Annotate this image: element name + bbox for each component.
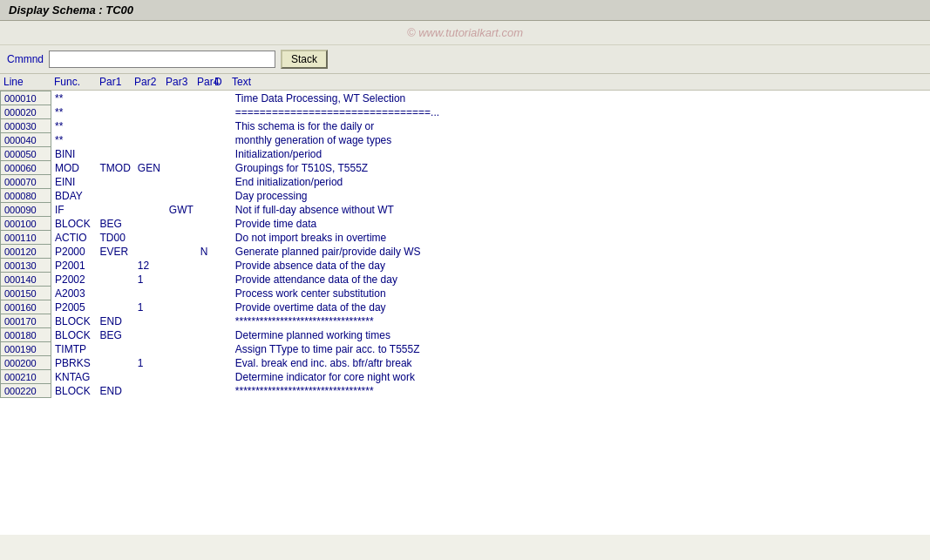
cell-func: **	[51, 105, 97, 119]
cell-d	[214, 287, 232, 300]
cell-func: P2001	[51, 259, 97, 273]
cell-line: 000040	[1, 133, 51, 147]
cell-text: **********************************	[232, 384, 930, 398]
cell-d	[214, 245, 232, 259]
cell-par1: BEG	[97, 328, 134, 342]
cell-func: ACTIO	[51, 231, 97, 245]
cell-line: 000010	[1, 91, 51, 105]
cell-text: Provide time data	[232, 217, 930, 231]
cell-func: **	[51, 119, 97, 133]
cell-par1: EVER	[97, 245, 134, 259]
cell-d	[214, 119, 232, 133]
cell-d	[214, 189, 232, 203]
table-row: 000070EINIEnd initialization/period	[1, 175, 930, 189]
cell-par1	[97, 273, 134, 287]
cell-par1	[97, 370, 134, 384]
cell-text: Initialization/period	[232, 147, 930, 161]
cell-line: 000200	[1, 356, 51, 370]
cell-par4	[197, 300, 214, 314]
cell-par2	[134, 370, 166, 384]
cell-line: 000180	[1, 328, 51, 342]
cell-func: **	[51, 91, 97, 105]
cell-par4	[197, 342, 214, 356]
cell-line: 000120	[1, 245, 51, 259]
table-row: 000040**monthly generation of wage types	[1, 133, 930, 147]
page-title: Display Schema : TC00	[9, 3, 133, 17]
cell-func: **	[51, 133, 97, 147]
cell-par3	[166, 370, 197, 384]
table-row: 000100BLOCKBEGProvide time data	[1, 217, 930, 231]
cell-par3	[166, 231, 197, 245]
cell-d	[214, 328, 232, 342]
cell-par2	[134, 119, 166, 133]
cell-text: End initialization/period	[232, 175, 930, 189]
cell-par1	[97, 203, 134, 217]
cell-par4	[197, 91, 214, 105]
toolbar: Cmmnd Stack	[0, 45, 930, 74]
cell-text: Provide absence data of the day	[232, 259, 930, 273]
cell-par3	[166, 328, 197, 342]
table-row: 000220BLOCKEND**************************…	[1, 384, 930, 398]
cell-d	[214, 105, 232, 119]
cell-par1	[97, 133, 134, 147]
cell-text: Time Data Processing, WT Selection	[232, 91, 930, 105]
cmmnd-input[interactable]	[49, 51, 275, 68]
cell-par2: 1	[134, 300, 166, 314]
cell-par1: TMOD	[97, 161, 134, 175]
cell-d	[214, 147, 232, 161]
cell-par2: GEN	[134, 161, 166, 175]
col-par2: Par2	[134, 76, 166, 88]
col-line: Line	[3, 76, 54, 88]
cell-par3	[166, 161, 197, 175]
cell-text: Determine indicator for core night work	[232, 370, 930, 384]
cell-par1	[97, 259, 134, 273]
cell-par1	[97, 189, 134, 203]
cell-line: 000130	[1, 259, 51, 273]
table-row: 000210KNTAGDetermine indicator for core …	[1, 370, 930, 384]
cell-par2	[134, 245, 166, 259]
table-row: 000020**================================…	[1, 105, 930, 119]
cell-func: P2005	[51, 300, 97, 314]
cell-par3: GWT	[166, 203, 197, 217]
cell-par3	[166, 314, 197, 328]
cell-line: 000070	[1, 175, 51, 189]
cell-line: 000050	[1, 147, 51, 161]
cell-func: P2000	[51, 245, 97, 259]
table-row: 000010**Time Data Processing, WT Selecti…	[1, 91, 930, 105]
cell-par2	[134, 217, 166, 231]
cell-line: 000170	[1, 314, 51, 328]
cell-line: 000080	[1, 189, 51, 203]
stack-button[interactable]: Stack	[281, 50, 328, 69]
cell-par1	[97, 91, 134, 105]
cell-par1	[97, 356, 134, 370]
cell-par3	[166, 245, 197, 259]
cell-par2	[134, 384, 166, 398]
cell-par4	[197, 384, 214, 398]
cell-par1: BEG	[97, 217, 134, 231]
cell-d	[214, 203, 232, 217]
cell-text: Provide overtime data of the day	[232, 300, 930, 314]
cell-par1	[97, 105, 134, 119]
cell-func: IF	[51, 203, 97, 217]
cell-text: Provide attendance data of the day	[232, 273, 930, 287]
cell-d	[214, 314, 232, 328]
col-func: Func.	[54, 76, 99, 88]
cell-par3	[166, 105, 197, 119]
cell-func: PBRKS	[51, 356, 97, 370]
cell-par2	[134, 203, 166, 217]
cell-par3	[166, 147, 197, 161]
cell-par3	[166, 189, 197, 203]
cell-line: 000090	[1, 203, 51, 217]
cell-par1	[97, 342, 134, 356]
cell-par4	[197, 370, 214, 384]
cell-text: Not if full-day absence without WT	[232, 203, 930, 217]
cell-text: Day processing	[232, 189, 930, 203]
cell-d	[214, 161, 232, 175]
cell-par3	[166, 133, 197, 147]
cell-func: P2002	[51, 273, 97, 287]
cell-par3	[166, 356, 197, 370]
cell-par4	[197, 133, 214, 147]
cell-par2	[134, 147, 166, 161]
cell-par2	[134, 231, 166, 245]
cell-d	[214, 217, 232, 231]
